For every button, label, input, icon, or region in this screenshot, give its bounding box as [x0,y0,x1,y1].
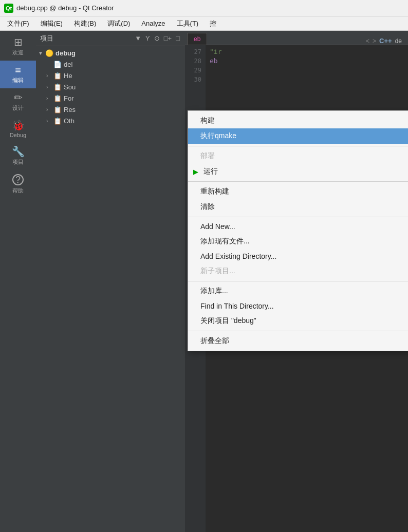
welcome-icon: ⊞ [14,37,23,47]
ctx-find-in-dir[interactable]: Find in This Directory... [188,299,408,313]
ctx-separator-2 [188,181,408,182]
debug-icon: 🐞 [12,120,25,130]
ctx-build-label: 构建 [200,116,215,125]
ctx-new-subproject: 新子项目... [188,263,408,279]
ctx-build[interactable]: 构建 [188,113,408,128]
menu-item-3[interactable]: 调试(D) [102,18,135,29]
ctx-collapse-all-label: 折叠全部 [200,336,229,346]
sidebar-label-welcome: 欢迎 [12,49,24,56]
help-icon: ? [12,174,24,185]
ctx-add-new-label: Add New... [200,222,235,231]
ctx-run-qmake-label: 执行qmake [200,131,236,141]
menu-bar: 文件(F)编辑(E)构建(B)调试(D)Analyze工具(T)控 [0,16,408,31]
ctx-collapse-all[interactable]: 折叠全部 [188,333,408,349]
menu-item-5[interactable]: 工具(T) [172,18,204,29]
sidebar-item-design[interactable]: ✏ 设计 [0,88,36,116]
ctx-separator-4 [188,281,408,281]
ctx-run-label: 运行 [203,167,218,176]
menu-item-2[interactable]: 构建(B) [69,18,101,29]
sidebar-label-help: 帮助 [12,187,24,195]
ctx-add-existing-dir[interactable]: Add Existing Directory... [188,249,408,263]
ctx-deploy-label: 部署 [200,151,215,161]
ctx-close-project-label: 关闭项目 "debug" [200,316,256,326]
ctx-add-existing-file-label: 添加现有文件... [200,237,250,246]
sidebar-label-project: 项目 [12,158,24,166]
sidebar-item-project[interactable]: 🔧 项目 [0,142,36,170]
ctx-deploy: 部署 [188,148,408,164]
ctx-rebuild-label: 重新构建 [200,187,229,196]
ctx-clean[interactable]: 清除 [188,199,408,215]
ctx-add-new[interactable]: Add New... [188,219,408,234]
ctx-separator-3 [188,217,408,217]
sidebar-item-help[interactable]: ? 帮助 [0,170,36,199]
ctx-find-in-dir-label: Find in This Directory... [200,302,274,310]
ctx-separator-5 [188,331,408,331]
menu-item-4[interactable]: Analyze [136,18,170,28]
sidebar-label-design: 设计 [12,104,24,112]
ctx-rebuild[interactable]: 重新构建 [188,184,408,199]
ctx-close-project[interactable]: 关闭项目 "debug" [188,313,408,329]
sidebar-label-edit: 编辑 [12,77,24,84]
menu-item-0[interactable]: 文件(F) [2,18,34,29]
sidebar: ⊞ 欢迎 ≡ 编辑 ✏ 设计 🐞 Debug 🔧 项目 ? 帮助 [0,31,36,532]
menu-item-1[interactable]: 编辑(E) [35,18,68,29]
ctx-clean-label: 清除 [200,202,215,212]
main-layout: ⊞ 欢迎 ≡ 编辑 ✏ 设计 🐞 Debug 🔧 项目 ? 帮助 项目 [0,31,408,532]
content-area: 项目 ▼ Y ⊙ □+ □ ▼ 🟡 debug [36,31,408,532]
ctx-add-library-label: 添加库... [200,287,228,296]
title-bar: Qt debug.cpp @ debug - Qt Creator [0,0,408,16]
context-menu: 构建 执行qmake 部署 ▶ 运行 重新构建 清除 [188,110,408,351]
window-title: debug.cpp @ debug - Qt Creator [16,4,114,12]
ctx-add-library[interactable]: 添加库... [188,283,408,299]
ctx-new-subproject-label: 新子项目... [200,267,235,276]
edit-icon: ≡ [15,65,21,75]
menu-item-6[interactable]: 控 [205,18,221,29]
sidebar-item-edit[interactable]: ≡ 编辑 [0,61,36,88]
design-icon: ✏ [14,92,23,103]
app-icon: Qt [4,4,13,13]
ctx-separator-1 [188,146,408,146]
sidebar-item-welcome[interactable]: ⊞ 欢迎 [0,33,36,61]
sidebar-item-debug[interactable]: 🐞 Debug [0,116,36,142]
context-menu-overlay[interactable]: 构建 执行qmake 部署 ▶ 运行 重新构建 清除 [36,31,408,532]
ctx-add-existing-file[interactable]: 添加现有文件... [188,234,408,249]
project-icon: 🔧 [12,146,25,157]
sidebar-label-debug: Debug [10,132,26,138]
ctx-run[interactable]: ▶ 运行 [188,164,408,179]
ctx-run-arrow-icon: ▶ [193,168,198,176]
ctx-add-existing-dir-label: Add Existing Directory... [200,252,276,260]
ctx-run-qmake[interactable]: 执行qmake [188,128,408,144]
